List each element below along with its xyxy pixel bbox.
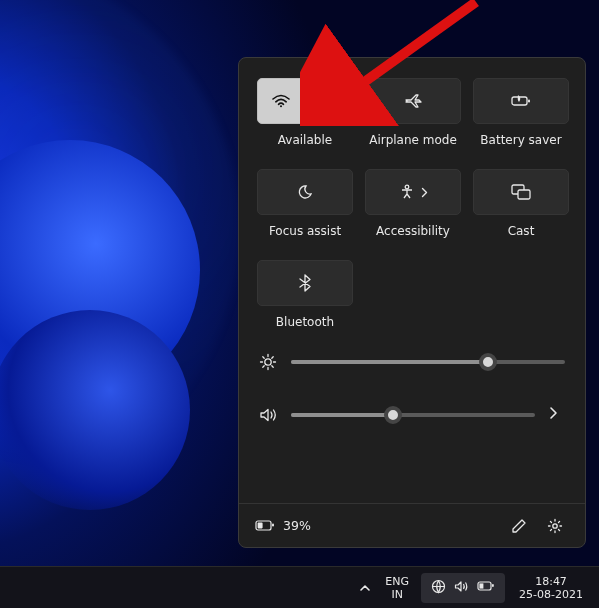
- svg-rect-2: [528, 100, 530, 103]
- wifi-toggle[interactable]: [258, 79, 305, 123]
- airplane-mode-tile-button[interactable]: [365, 78, 461, 124]
- wifi-tile-button[interactable]: [257, 78, 353, 124]
- wifi-tile-label: Available: [278, 133, 332, 147]
- chevron-right-icon: [324, 94, 333, 108]
- focus-assist-tile-button[interactable]: [257, 169, 353, 215]
- battery-saver-tile-label: Battery saver: [480, 133, 561, 147]
- airplane-mode-tile-label: Airplane mode: [369, 133, 457, 147]
- settings-button[interactable]: [541, 512, 569, 540]
- brightness-icon: [259, 353, 277, 371]
- brightness-slider[interactable]: [259, 353, 565, 371]
- svg-point-3: [405, 185, 409, 189]
- airplane-icon: [404, 93, 422, 109]
- taskbar-date: 25-08-2021: [519, 588, 583, 601]
- battery-percent-text: 39%: [283, 518, 311, 533]
- brightness-fill: [291, 360, 488, 364]
- svg-rect-9: [258, 522, 263, 528]
- speaker-icon: [259, 407, 277, 423]
- cast-tile-label: Cast: [508, 224, 535, 238]
- volume-slider[interactable]: [259, 405, 565, 424]
- accessibility-icon: [399, 184, 415, 200]
- chevron-right-icon: [421, 187, 428, 198]
- edit-quick-settings-button[interactable]: [505, 512, 533, 540]
- taskbar-lang-bottom: IN: [391, 588, 402, 601]
- taskbar-language-button[interactable]: ENG IN: [377, 567, 417, 608]
- taskbar-time: 18:47: [535, 575, 567, 588]
- svg-point-6: [265, 359, 271, 365]
- wifi-icon: [272, 94, 290, 108]
- taskbar-clock[interactable]: 18:47 25-08-2021: [509, 567, 593, 608]
- taskbar[interactable]: ENG IN 18:47 25-08-2021: [0, 566, 599, 608]
- svg-rect-8: [272, 523, 274, 526]
- taskbar-system-tray[interactable]: [421, 573, 505, 603]
- svg-rect-14: [492, 584, 494, 587]
- taskbar-lang-top: ENG: [385, 575, 409, 588]
- volume-output-expand[interactable]: [549, 405, 565, 424]
- battery-saver-icon: [510, 94, 532, 108]
- cast-tile-button[interactable]: [473, 169, 569, 215]
- focus-assist-tile-label: Focus assist: [269, 224, 341, 238]
- svg-rect-15: [479, 583, 483, 588]
- network-icon: [431, 579, 446, 597]
- volume-fill: [291, 413, 393, 417]
- quick-settings-panel: Available Airplane mode Battery saver: [238, 57, 586, 548]
- accessibility-tile-label: Accessibility: [376, 224, 450, 238]
- volume-thumb[interactable]: [384, 406, 402, 424]
- svg-point-10: [553, 523, 557, 527]
- taskbar-overflow-button[interactable]: [353, 567, 377, 608]
- brightness-thumb[interactable]: [479, 353, 497, 371]
- wifi-networks-expand[interactable]: [306, 79, 353, 123]
- battery-saver-tile-button[interactable]: [473, 78, 569, 124]
- battery-icon: [255, 520, 275, 532]
- svg-point-0: [280, 105, 282, 107]
- battery-tray-icon: [477, 581, 495, 595]
- moon-icon: [297, 184, 313, 200]
- accessibility-tile-button[interactable]: [365, 169, 461, 215]
- bluetooth-icon: [299, 274, 311, 292]
- bluetooth-tile-button[interactable]: [257, 260, 353, 306]
- svg-rect-5: [518, 190, 530, 199]
- volume-tray-icon: [454, 580, 469, 596]
- bluetooth-tile-label: Bluetooth: [276, 315, 334, 329]
- cast-icon: [511, 184, 531, 200]
